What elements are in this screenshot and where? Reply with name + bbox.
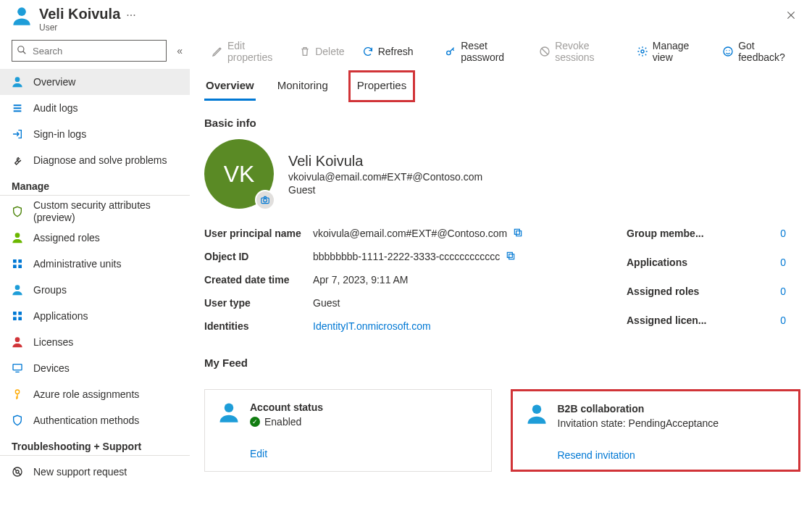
reset-password-button[interactable]: Reset password bbox=[438, 36, 529, 67]
sidebar-item-assigned-roles[interactable]: Assigned roles bbox=[0, 225, 190, 251]
key-icon bbox=[12, 388, 23, 400]
roles-count[interactable]: 0 bbox=[780, 286, 800, 297]
lic-right-label: Assigned licen... bbox=[627, 315, 735, 326]
wrench-icon bbox=[12, 154, 23, 166]
sidebar-item-azure-roles[interactable]: Azure role assignments bbox=[0, 381, 190, 407]
sidebar-item-label: Licenses bbox=[33, 336, 73, 348]
sidebar-item-auth-methods[interactable]: Authentication methods bbox=[0, 407, 190, 433]
upn-value: vkoivula@email.com#EXT#@Contoso.com bbox=[313, 228, 507, 239]
identities-label: Identities bbox=[204, 320, 313, 332]
profile-upn: vkoivula@email.com#EXT#@Contoso.com bbox=[288, 171, 482, 183]
apps-count[interactable]: 0 bbox=[780, 257, 800, 268]
user-icon bbox=[218, 401, 240, 423]
profile-type: Guest bbox=[288, 184, 482, 196]
created-label: Created date time bbox=[204, 274, 313, 286]
roles-right-label: Assigned roles bbox=[627, 286, 735, 297]
tab-properties[interactable]: Properties bbox=[350, 72, 414, 101]
card-b2b-collaboration: B2B collaboration Invitation state: Pend… bbox=[511, 389, 801, 472]
card-account-status: Account status ✓ Enabled Edit bbox=[204, 389, 492, 472]
refresh-button[interactable]: Refresh bbox=[355, 41, 421, 62]
user-icon bbox=[12, 232, 23, 243]
apps-right-label: Applications bbox=[627, 257, 735, 268]
sidebar-item-signin-logs[interactable]: Sign-in logs bbox=[0, 121, 190, 147]
sidebar-item-label: Applications bbox=[33, 310, 88, 322]
tab-monitoring[interactable]: Monitoring bbox=[276, 72, 330, 101]
collapse-sidebar-icon[interactable]: « bbox=[177, 45, 183, 57]
list-icon bbox=[12, 102, 23, 114]
section-my-feed: My Feed bbox=[204, 357, 800, 369]
group-label: Group membe... bbox=[627, 228, 735, 239]
more-menu[interactable]: ··· bbox=[126, 6, 135, 22]
sidebar-item-diagnose[interactable]: Diagnose and solve problems bbox=[0, 147, 190, 173]
card-status: Enabled bbox=[264, 416, 301, 428]
copy-oid-icon[interactable] bbox=[506, 251, 516, 263]
identities-value[interactable]: IdentityIT.onmicrosoft.com bbox=[313, 320, 431, 332]
edit-properties-button[interactable]: Edit properties bbox=[204, 36, 289, 67]
card-title: B2B collaboration bbox=[558, 403, 719, 415]
shield-icon bbox=[12, 206, 23, 217]
sidebar-item-label: Devices bbox=[33, 362, 70, 374]
sidebar-item-label: Assigned roles bbox=[33, 232, 100, 243]
sidebar-item-label: Sign-in logs bbox=[33, 128, 86, 140]
sidebar-item-admin-units[interactable]: Administrative units bbox=[0, 251, 190, 277]
shield-icon bbox=[12, 415, 23, 426]
sidebar-search[interactable] bbox=[12, 40, 167, 62]
sidebar-item-audit-logs[interactable]: Audit logs bbox=[0, 95, 190, 121]
revoke-sessions-button[interactable]: Revoke sessions bbox=[532, 36, 627, 67]
profile-display-name: Veli Koivula bbox=[288, 153, 482, 170]
card-resend-link[interactable]: Resend invitation bbox=[558, 449, 786, 461]
sidebar-item-label: Azure role assignments bbox=[33, 388, 139, 400]
sidebar-item-overview[interactable]: Overview bbox=[0, 69, 190, 95]
lic-count[interactable]: 0 bbox=[780, 315, 800, 326]
user-icon bbox=[12, 336, 23, 348]
sidebar-item-support[interactable]: New support request bbox=[0, 459, 190, 485]
close-button[interactable] bbox=[782, 6, 800, 28]
user-icon bbox=[12, 284, 23, 296]
camera-icon[interactable] bbox=[255, 190, 275, 210]
sidebar-item-licenses[interactable]: Licenses bbox=[0, 329, 190, 355]
sidebar-item-label: Groups bbox=[33, 284, 67, 296]
copy-upn-icon[interactable] bbox=[513, 228, 523, 240]
user-icon bbox=[526, 403, 548, 425]
page-title: Veli Koivula bbox=[39, 6, 120, 22]
grid-icon bbox=[12, 258, 23, 270]
sidebar-item-devices[interactable]: Devices bbox=[0, 355, 190, 381]
feedback-button[interactable]: Got feedback? bbox=[715, 36, 800, 67]
sidebar-item-label: Custom security attributes (preview) bbox=[33, 199, 178, 224]
oid-label: Object ID bbox=[204, 251, 313, 262]
card-title: Account status bbox=[250, 401, 323, 413]
section-basic-info: Basic info bbox=[204, 117, 800, 129]
device-icon bbox=[12, 362, 23, 374]
sidebar-item-groups[interactable]: Groups bbox=[0, 277, 190, 303]
sidebar-section-troubleshooting: Troubleshooting + Support bbox=[0, 433, 190, 456]
oid-value: bbbbbbbb-1111-2222-3333-cccccccccccc bbox=[313, 251, 500, 262]
user-icon bbox=[12, 76, 23, 88]
support-icon bbox=[12, 466, 23, 478]
signin-icon bbox=[12, 128, 23, 140]
page-subtitle: User bbox=[39, 22, 120, 33]
user-icon bbox=[12, 6, 32, 26]
delete-button[interactable]: Delete bbox=[292, 41, 351, 62]
sidebar-item-label: New support request bbox=[33, 466, 127, 478]
search-input[interactable] bbox=[31, 45, 162, 57]
sidebar-item-label: Authentication methods bbox=[33, 415, 139, 426]
grid-icon bbox=[12, 310, 23, 322]
created-value: Apr 7, 2023, 9:11 AM bbox=[313, 274, 409, 286]
tab-overview[interactable]: Overview bbox=[204, 72, 256, 101]
sidebar-item-label: Audit logs bbox=[33, 102, 78, 114]
manage-view-button[interactable]: Manage view bbox=[629, 36, 709, 67]
sidebar-item-label: Administrative units bbox=[33, 258, 121, 270]
sidebar-item-label: Diagnose and solve problems bbox=[33, 154, 167, 166]
card-status: Invitation state: PendingAcceptance bbox=[558, 417, 719, 429]
group-count[interactable]: 0 bbox=[780, 228, 800, 239]
check-icon: ✓ bbox=[250, 417, 260, 427]
sidebar-item-applications[interactable]: Applications bbox=[0, 303, 190, 329]
sidebar-item-label: Overview bbox=[33, 76, 75, 88]
upn-label: User principal name bbox=[204, 228, 313, 239]
usertype-label: User type bbox=[204, 297, 313, 309]
usertype-value: Guest bbox=[313, 297, 340, 309]
card-edit-link[interactable]: Edit bbox=[250, 448, 478, 459]
sidebar-section-manage: Manage bbox=[0, 173, 190, 196]
search-icon bbox=[17, 45, 31, 57]
sidebar-item-custom-security[interactable]: Custom security attributes (preview) bbox=[0, 199, 190, 225]
